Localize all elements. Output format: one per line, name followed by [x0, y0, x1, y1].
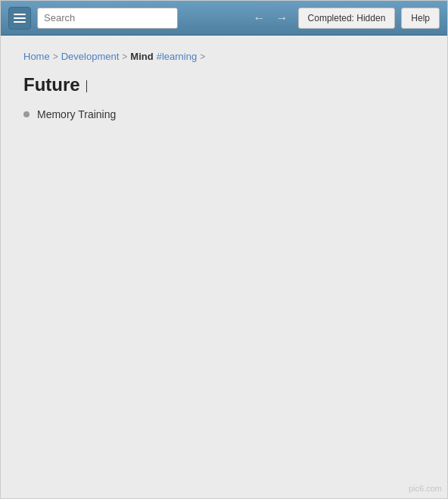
breadcrumb-sep-2: > — [122, 51, 127, 62]
completed-button[interactable]: Completed: Hidden — [298, 8, 396, 29]
menu-line-2 — [14, 17, 26, 19]
section-heading-text: Future — [23, 74, 80, 95]
section-heading: Future — [23, 74, 425, 95]
toolbar: ← → Completed: Hidden Help — [1, 1, 447, 36]
task-label: Memory Training — [37, 108, 116, 120]
help-button[interactable]: Help — [401, 8, 440, 29]
menu-line-3 — [14, 21, 26, 23]
breadcrumb-sep-1: > — [53, 51, 58, 62]
menu-line-1 — [14, 14, 26, 15]
breadcrumb-sep-3: > — [200, 51, 205, 62]
list-item: Memory Training — [23, 106, 425, 123]
breadcrumb-home[interactable]: Home — [23, 51, 50, 62]
breadcrumb-tag-learning[interactable]: #learning — [157, 51, 198, 62]
task-list: Memory Training — [23, 106, 425, 123]
breadcrumb-mind: Mind — [130, 51, 153, 62]
main-content: Home > Development > Mind #learning > Fu… — [1, 36, 447, 498]
breadcrumb: Home > Development > Mind #learning > — [23, 51, 425, 62]
text-cursor — [86, 80, 87, 92]
breadcrumb-development[interactable]: Development — [61, 51, 120, 62]
app-container: ← → Completed: Hidden Help Home > Develo… — [0, 0, 448, 499]
watermark: pic6.com — [409, 484, 442, 493]
menu-button[interactable] — [8, 7, 31, 30]
toolbar-nav: ← → — [250, 8, 292, 28]
forward-button[interactable]: → — [272, 8, 292, 28]
back-button[interactable]: ← — [250, 8, 269, 28]
task-bullet — [23, 111, 30, 117]
search-input[interactable] — [37, 8, 178, 29]
